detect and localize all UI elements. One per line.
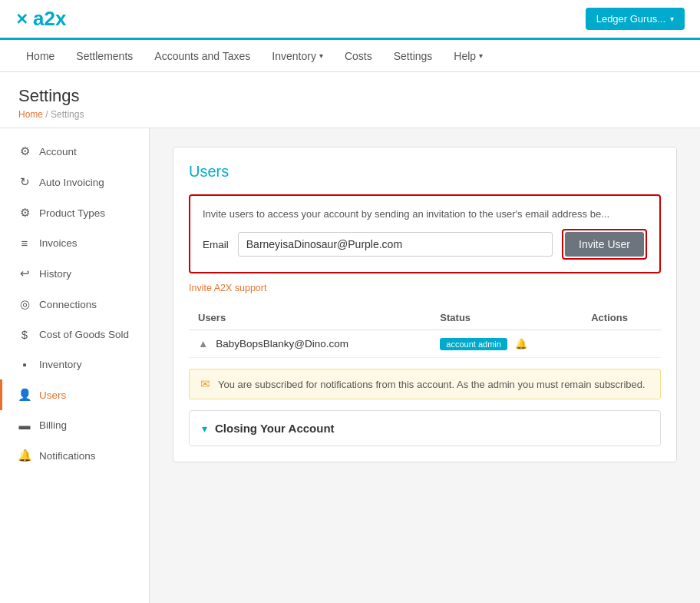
mail-icon: ✉ xyxy=(200,377,210,391)
nav-help[interactable]: Help ▾ xyxy=(443,42,494,70)
logo-icon: ✕ xyxy=(15,10,28,28)
connections-icon: ◎ xyxy=(18,297,31,311)
email-input[interactable] xyxy=(238,232,553,257)
sidebar-item-history[interactable]: ↩ History xyxy=(0,258,149,289)
nav-accounts-taxes[interactable]: Accounts and Taxes xyxy=(144,42,261,70)
nav-bar: Home Settlements Accounts and Taxes Inve… xyxy=(0,40,700,72)
users-card: Users Invite users to access your accoun… xyxy=(173,147,677,462)
account-icon: ⚙ xyxy=(18,144,31,158)
col-actions: Actions xyxy=(582,306,661,330)
table-row: ▲ BabyBopsBlanky@Dino.com account admin … xyxy=(189,330,661,358)
sidebar-item-product-types[interactable]: ⚙ Product Types xyxy=(0,197,149,228)
chevron-down-icon: ▾ xyxy=(202,422,207,435)
invite-box: Invite users to access your account by s… xyxy=(189,194,661,273)
inventory-icon: ▪ xyxy=(18,358,31,371)
nav-inventory[interactable]: Inventory ▾ xyxy=(261,42,334,70)
invite-row: Email Invite User xyxy=(203,229,647,260)
users-table: Users Status Actions ▲ BabyBopsBlanky@Di… xyxy=(189,306,661,358)
sidebar-item-users[interactable]: 👤 Users xyxy=(0,379,149,410)
product-types-icon: ⚙ xyxy=(18,206,31,220)
col-status: Status xyxy=(431,306,582,330)
page-title: Settings xyxy=(18,86,682,106)
sidebar-item-cost-of-goods-sold[interactable]: $ Cost of Goods Sold xyxy=(0,320,149,350)
top-bar: ✕ a2x Ledger Gurus... ▾ xyxy=(0,0,700,40)
breadcrumb-home[interactable]: Home xyxy=(18,109,43,120)
logo-text: a2x xyxy=(33,7,66,31)
inventory-caret-icon: ▾ xyxy=(319,51,323,60)
nav-costs[interactable]: Costs xyxy=(334,42,383,70)
nav-home[interactable]: Home xyxy=(15,42,65,70)
admin-badge: account admin xyxy=(440,338,507,350)
user-status-cell: account admin 🔔 xyxy=(431,330,582,358)
invite-user-button[interactable]: Invite User xyxy=(565,232,644,257)
help-caret-icon: ▾ xyxy=(479,51,483,60)
notifications-icon: 🔔 xyxy=(18,449,31,462)
breadcrumb: Home / Settings xyxy=(18,109,682,120)
content-area: Users Invite users to access your accoun… xyxy=(150,128,700,603)
sidebar-item-connections[interactable]: ◎ Connections xyxy=(0,289,149,320)
users-icon: 👤 xyxy=(18,388,31,402)
sidebar-item-auto-invoicing[interactable]: ↻ Auto Invoicing xyxy=(0,167,149,197)
account-name: Ledger Gurus... xyxy=(596,13,665,25)
closing-account-section[interactable]: ▾ Closing Your Account xyxy=(189,410,661,446)
auto-invoicing-icon: ↻ xyxy=(18,175,31,189)
col-users: Users xyxy=(189,306,431,330)
billing-icon: ▬ xyxy=(18,419,31,432)
sidebar-item-notifications[interactable]: 🔔 Notifications xyxy=(0,440,149,471)
cogs-icon: $ xyxy=(18,328,31,341)
main-content: ⚙ Account ↻ Auto Invoicing ⚙ Product Typ… xyxy=(0,128,700,603)
notification-bell-icon: 🔔 xyxy=(515,338,527,350)
sidebar-item-billing[interactable]: ▬ Billing xyxy=(0,410,149,440)
account-menu-button[interactable]: Ledger Gurus... ▾ xyxy=(586,8,685,30)
sidebar-item-invoices[interactable]: ≡ Invoices xyxy=(0,228,149,258)
user-email-cell: ▲ BabyBopsBlanky@Dino.com xyxy=(189,330,431,358)
sidebar-item-inventory[interactable]: ▪ Inventory xyxy=(0,350,149,379)
invite-support-link[interactable]: Invite A2X support xyxy=(189,283,661,293)
user-avatar-icon: ▲ xyxy=(198,338,208,350)
users-section-title: Users xyxy=(189,163,661,181)
sidebar-item-account[interactable]: ⚙ Account xyxy=(0,136,149,167)
notification-box: ✉ You are subscribed for notifications f… xyxy=(189,369,661,399)
invoices-icon: ≡ xyxy=(18,237,31,250)
logo: ✕ a2x xyxy=(15,7,66,31)
history-icon: ↩ xyxy=(18,267,31,280)
notification-text: You are subscribed for notifications fro… xyxy=(218,379,646,390)
account-caret-icon: ▾ xyxy=(670,15,674,23)
invite-description: Invite users to access your account by s… xyxy=(203,208,647,220)
breadcrumb-current: Settings xyxy=(51,109,84,120)
nav-settlements[interactable]: Settlements xyxy=(65,42,144,70)
nav-settings[interactable]: Settings xyxy=(383,42,444,70)
user-actions-cell xyxy=(582,330,661,358)
sidebar: ⚙ Account ↻ Auto Invoicing ⚙ Product Typ… xyxy=(0,128,150,603)
page-header: Settings Home / Settings xyxy=(0,72,700,128)
invite-btn-wrapper: Invite User xyxy=(562,229,647,260)
closing-account-title: Closing Your Account xyxy=(215,422,335,435)
email-label: Email xyxy=(203,239,229,250)
